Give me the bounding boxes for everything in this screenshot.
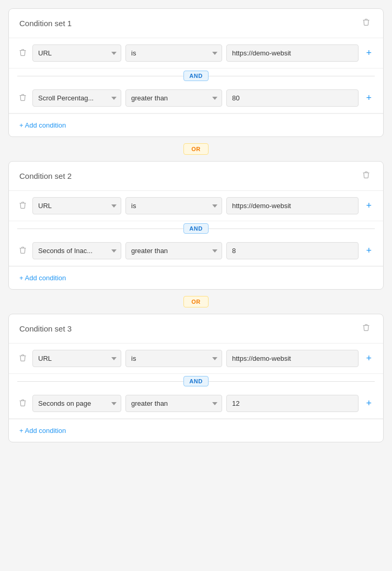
- condition-set-header: Condition set 2: [9, 162, 383, 191]
- condition-set-title: Condition set 3: [19, 324, 72, 333]
- delete-condition-button[interactable]: [17, 352, 28, 366]
- delete-condition-button[interactable]: [17, 92, 28, 105]
- delete-condition-button[interactable]: [17, 244, 28, 258]
- add-row-button[interactable]: +: [363, 396, 375, 411]
- operator-select[interactable]: is isis notcontainsgreater thanless than: [125, 197, 222, 214]
- add-condition-label: + Add condition: [19, 121, 66, 129]
- and-divider: AND: [9, 68, 383, 83]
- value-input[interactable]: [226, 242, 359, 259]
- condition-set-set2: Condition set 2 URL URLScroll Percentage…: [8, 161, 384, 290]
- add-row-button[interactable]: +: [363, 243, 375, 258]
- operator-select[interactable]: greater than isis notcontainsgreater tha…: [125, 395, 222, 412]
- field-select[interactable]: URL URLScroll PercentageSeconds of Inact…: [32, 350, 121, 367]
- condition-set-title: Condition set 2: [19, 172, 72, 180]
- value-input[interactable]: [226, 89, 359, 107]
- condition-set-header: Condition set 3: [9, 314, 383, 344]
- and-divider: AND: [9, 221, 383, 236]
- or-divider: OR: [8, 143, 384, 155]
- delete-set-button[interactable]: [360, 17, 373, 29]
- value-input[interactable]: [226, 350, 359, 367]
- operator-select[interactable]: greater than isis notcontainsgreater tha…: [125, 89, 222, 107]
- field-select[interactable]: Scroll Percentag... URLScroll Percentage…: [32, 89, 121, 107]
- condition-set-set3: Condition set 3 URL URLScroll Percentage…: [8, 314, 384, 442]
- field-select[interactable]: Seconds of Inac... URLScroll PercentageS…: [32, 242, 121, 259]
- and-badge: AND: [183, 376, 208, 386]
- condition-row: Seconds of Inac... URLScroll PercentageS…: [9, 236, 383, 266]
- value-input[interactable]: [226, 197, 359, 214]
- add-row-button[interactable]: +: [363, 351, 375, 366]
- field-select[interactable]: URL URLScroll PercentageSeconds of Inact…: [32, 44, 121, 62]
- condition-set-title: Condition set 1: [19, 19, 72, 28]
- delete-set-button[interactable]: [360, 170, 373, 182]
- delete-condition-button[interactable]: [17, 397, 28, 410]
- condition-row: URL URLScroll PercentageSeconds of Inact…: [9, 344, 383, 374]
- add-condition-button[interactable]: + Add condition: [19, 427, 66, 435]
- delete-condition-button[interactable]: [17, 199, 28, 213]
- add-row-button[interactable]: +: [363, 198, 375, 213]
- condition-row: URL URLScroll PercentageSeconds of Inact…: [9, 38, 383, 68]
- or-badge: OR: [183, 143, 209, 155]
- field-select[interactable]: Seconds on page URLScroll PercentageSeco…: [32, 395, 121, 412]
- condition-row: Seconds on page URLScroll PercentageSeco…: [9, 389, 383, 419]
- operator-select[interactable]: greater than isis notcontainsgreater tha…: [125, 242, 222, 259]
- or-badge: OR: [183, 296, 209, 307]
- add-row-button[interactable]: +: [363, 90, 375, 106]
- and-badge: AND: [183, 223, 208, 234]
- value-input[interactable]: [226, 44, 359, 62]
- add-condition-row: + Add condition: [9, 266, 383, 289]
- add-condition-row: + Add condition: [9, 419, 383, 442]
- or-divider: OR: [8, 296, 384, 307]
- field-select[interactable]: URL URLScroll PercentageSeconds of Inact…: [32, 197, 121, 214]
- add-row-button[interactable]: +: [363, 45, 375, 61]
- condition-set-header: Condition set 1: [9, 9, 383, 38]
- and-badge: AND: [183, 71, 208, 81]
- add-condition-label: + Add condition: [19, 274, 66, 282]
- delete-set-button[interactable]: [360, 323, 373, 335]
- add-condition-label: + Add condition: [19, 427, 66, 435]
- delete-condition-button[interactable]: [17, 47, 28, 60]
- and-divider: AND: [9, 374, 383, 389]
- condition-row: Scroll Percentag... URLScroll Percentage…: [9, 83, 383, 113]
- add-condition-button[interactable]: + Add condition: [19, 274, 66, 282]
- add-condition-row: + Add condition: [9, 113, 383, 136]
- operator-select[interactable]: is isis notcontainsgreater thanless than: [125, 44, 222, 62]
- value-input[interactable]: [226, 395, 359, 412]
- condition-set-set1: Condition set 1 URL URLScroll Percentage…: [8, 8, 384, 137]
- condition-row: URL URLScroll PercentageSeconds of Inact…: [9, 191, 383, 221]
- operator-select[interactable]: is isis notcontainsgreater thanless than: [125, 350, 222, 367]
- add-condition-button[interactable]: + Add condition: [19, 121, 66, 129]
